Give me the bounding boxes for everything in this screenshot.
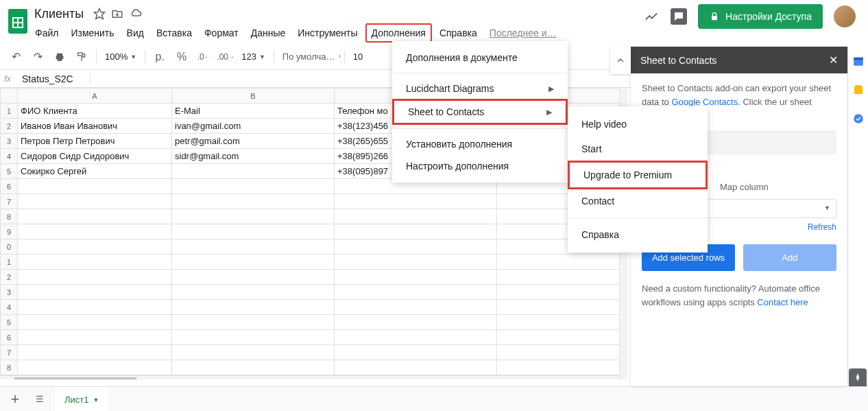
addons-sheet-to-contacts[interactable]: Sheet to Contacts▶: [392, 99, 568, 125]
cell[interactable]: [497, 315, 620, 330]
cell[interactable]: [18, 330, 172, 345]
row-header[interactable]: 0: [1, 239, 18, 255]
redo-button[interactable]: ↷: [27, 47, 48, 67]
addons-install[interactable]: Установить дополнения: [392, 133, 568, 155]
cell[interactable]: [172, 179, 335, 194]
increase-decimal-button[interactable]: .00→: [215, 47, 236, 67]
cell[interactable]: [335, 270, 497, 285]
move-icon[interactable]: [111, 8, 123, 20]
cell[interactable]: [18, 360, 172, 375]
row-header[interactable]: 2: [1, 270, 18, 285]
cell[interactable]: [497, 300, 620, 315]
row-header[interactable]: 5: [1, 315, 18, 330]
cell[interactable]: Сидоров Сидр Сидорович: [18, 149, 172, 164]
menu-help[interactable]: Справка: [435, 25, 482, 41]
cell[interactable]: [335, 239, 497, 255]
cell[interactable]: [172, 330, 335, 345]
cell[interactable]: [18, 315, 172, 330]
cell[interactable]: [18, 345, 172, 360]
cell[interactable]: [335, 300, 497, 315]
cell[interactable]: [172, 315, 335, 330]
cell[interactable]: [335, 285, 497, 300]
submenu-help-video[interactable]: Help video: [568, 112, 708, 137]
cell[interactable]: [172, 345, 335, 360]
google-contacts-link[interactable]: Google Contacts: [671, 97, 738, 107]
activity-icon[interactable]: [643, 8, 660, 25]
cell[interactable]: petr@gmail.com: [172, 134, 335, 149]
row-header[interactable]: 7: [1, 194, 18, 209]
cell[interactable]: [18, 194, 172, 209]
row-header[interactable]: 1: [1, 104, 18, 119]
submenu-help[interactable]: Справка: [568, 222, 708, 247]
cell[interactable]: [172, 239, 335, 255]
row-header[interactable]: 3: [1, 134, 18, 149]
keep-icon[interactable]: [852, 84, 865, 96]
sheets-logo[interactable]: [5, 5, 30, 37]
cell[interactable]: [18, 209, 172, 224]
row-header[interactable]: 5: [1, 164, 18, 179]
cell[interactable]: [172, 255, 335, 270]
cell[interactable]: [497, 255, 620, 270]
addons-manage[interactable]: Настроить дополнения: [392, 155, 568, 177]
comments-icon[interactable]: [671, 8, 687, 25]
calendar-icon[interactable]: [852, 55, 865, 67]
add-button[interactable]: Add: [743, 244, 836, 272]
cell[interactable]: E-Mail: [172, 104, 335, 119]
cell[interactable]: [335, 360, 497, 375]
cell[interactable]: [335, 315, 497, 330]
row-header[interactable]: 4: [1, 300, 18, 315]
star-icon[interactable]: [93, 8, 106, 20]
menu-file[interactable]: Файл: [30, 25, 63, 41]
cell[interactable]: ivan@gmail.com: [172, 119, 335, 134]
addons-doc-addons[interactable]: Дополнения в документе: [392, 47, 568, 69]
formula-input[interactable]: Status_S2C: [15, 73, 91, 84]
sidebar-close-button[interactable]: ✕: [829, 54, 838, 67]
zoom-select[interactable]: 100%▼: [101, 51, 141, 62]
submenu-start[interactable]: Start: [568, 137, 708, 161]
cell[interactable]: [172, 285, 335, 300]
cell[interactable]: sidr@gmail.com: [172, 149, 335, 164]
cloud-icon[interactable]: [129, 8, 143, 20]
row-header[interactable]: 7: [1, 345, 18, 360]
decrease-decimal-button[interactable]: .0←: [193, 47, 214, 67]
cell[interactable]: [335, 330, 497, 345]
tasks-icon[interactable]: [852, 113, 865, 125]
row-header[interactable]: 6: [1, 179, 18, 194]
menu-edit[interactable]: Изменить: [66, 25, 119, 41]
menu-format[interactable]: Формат: [200, 25, 243, 41]
cell[interactable]: [18, 285, 172, 300]
menu-addons[interactable]: Дополнения: [365, 23, 432, 43]
print-button[interactable]: [49, 47, 70, 67]
cell[interactable]: [172, 194, 335, 209]
row-header[interactable]: 8: [1, 360, 18, 375]
cell[interactable]: Петров Петр Петрович: [18, 134, 172, 149]
cell[interactable]: [172, 360, 335, 375]
cell[interactable]: [497, 270, 620, 285]
cell[interactable]: Сокирко Сергей: [18, 164, 172, 179]
cell[interactable]: [18, 224, 172, 239]
undo-button[interactable]: ↶: [5, 47, 26, 67]
contact-here-link[interactable]: Contact here: [757, 297, 808, 307]
font-family-select[interactable]: По умолча…▼: [278, 51, 340, 62]
menu-insert[interactable]: Вставка: [152, 25, 197, 41]
row-header[interactable]: 9: [1, 224, 18, 239]
addons-lucidchart[interactable]: Lucidchart Diagrams▶: [392, 78, 568, 99]
cell[interactable]: ФИО Клиента: [18, 104, 172, 119]
sheet-tab-1[interactable]: Лист1▼: [55, 387, 108, 412]
cell[interactable]: [18, 270, 172, 285]
cell[interactable]: [172, 300, 335, 315]
cell[interactable]: [172, 209, 335, 224]
cell[interactable]: [335, 209, 497, 224]
collapse-sidebar-button[interactable]: [610, 47, 631, 74]
format-percent-button[interactable]: %: [171, 47, 192, 67]
cell[interactable]: [172, 224, 335, 239]
menu-last-edit[interactable]: Последнее и…: [485, 25, 562, 41]
cell[interactable]: [335, 224, 497, 239]
doc-title[interactable]: Клиенты: [30, 5, 88, 23]
all-sheets-button[interactable]: ☰: [30, 390, 49, 409]
cell[interactable]: [497, 360, 620, 375]
explore-button[interactable]: [849, 368, 867, 386]
menu-data[interactable]: Данные: [246, 25, 291, 41]
cell[interactable]: [335, 255, 497, 270]
col-header-a[interactable]: A: [18, 89, 172, 104]
